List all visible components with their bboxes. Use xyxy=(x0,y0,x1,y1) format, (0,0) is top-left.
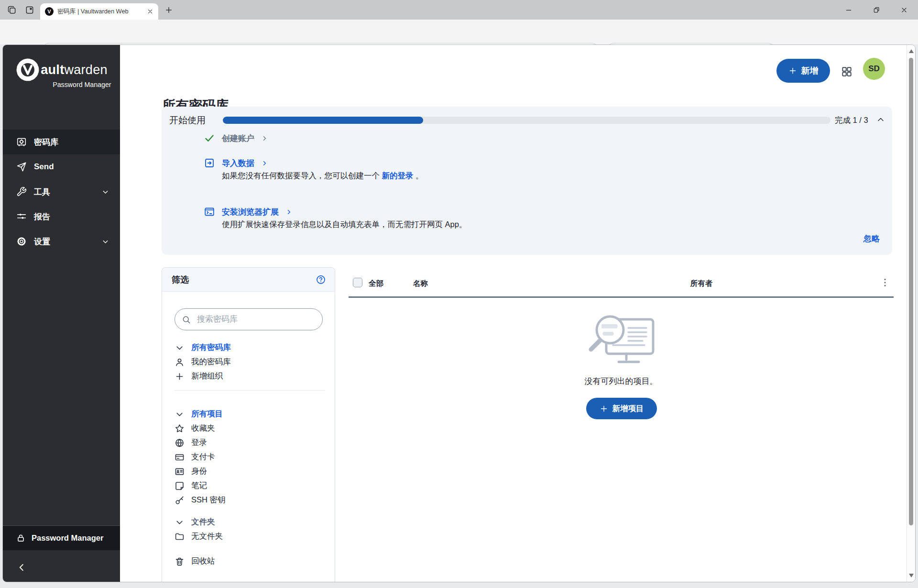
new-login-link[interactable]: 新的登录 xyxy=(382,171,414,180)
filter-item-notes[interactable]: 笔记 xyxy=(175,479,325,493)
person-icon xyxy=(175,357,185,367)
sidebar-item-vault[interactable]: 密码库 xyxy=(3,130,120,154)
step-label: 创建账户 xyxy=(222,133,254,144)
filter-item-ssh-keys[interactable]: SSH 密钥 xyxy=(175,493,325,507)
vaultwarden-favicon-icon: V xyxy=(45,7,54,16)
step-description: 如果您没有任何数据要导入，您可以创建一个 新的登录 。 xyxy=(222,171,424,181)
filter-group-label: 所有密码库 xyxy=(191,342,231,353)
apps-grid-icon[interactable] xyxy=(841,65,853,78)
browser-toolbar: https://password.sdcom.top/#/vault 点此搜索 … xyxy=(0,20,918,44)
globe-icon xyxy=(175,438,185,448)
chevD-icon xyxy=(175,343,185,353)
step-label: 安装浏览器扩展 xyxy=(222,207,279,218)
filter-item-label: 身份 xyxy=(191,466,207,477)
filter-item-new-organization[interactable]: 新增组织 xyxy=(175,369,325,383)
filter-item-no-folder[interactable]: 无文件夹 xyxy=(175,529,325,544)
tab-actions-icon[interactable] xyxy=(25,5,34,15)
page-content: aultwarden Password Manager 密码库Send工具报告设… xyxy=(2,44,916,582)
account-avatar[interactable]: SD xyxy=(863,58,885,80)
empty-state-message: 没有可列出的项目。 xyxy=(537,376,705,387)
sidebar-item-send[interactable]: Send xyxy=(3,154,120,179)
vault-icon xyxy=(16,137,27,147)
filter-item-label: 收藏夹 xyxy=(191,423,215,434)
browser-tab-bar: V 密码库 | Vaultwarden Web xyxy=(0,0,918,20)
window-restore-button[interactable] xyxy=(868,3,885,17)
filter-item-label: 新增组织 xyxy=(191,371,223,381)
scrollbar-down-icon[interactable] xyxy=(909,574,914,577)
filter-group-所有密码库[interactable]: 所有密码库 xyxy=(175,340,325,355)
filter-item-label: 我的密码库 xyxy=(191,357,231,367)
help-icon[interactable] xyxy=(316,274,326,285)
onboarding-step-import-data[interactable]: 导入数据 xyxy=(204,156,268,170)
note-icon xyxy=(175,481,185,491)
filter-group-文件夹[interactable]: 文件夹 xyxy=(175,515,325,529)
table-header-divider xyxy=(349,296,894,298)
empty-new-item-button[interactable]: 新增项目 xyxy=(586,398,657,419)
filter-group-label: 所有项目 xyxy=(191,409,223,419)
import-icon xyxy=(204,157,215,169)
plus-icon xyxy=(600,404,608,413)
select-all-checkbox[interactable] xyxy=(353,278,362,287)
progress-bar xyxy=(223,117,831,124)
filter-item-identities[interactable]: 身份 xyxy=(175,464,325,479)
trash-icon xyxy=(175,556,185,566)
filter-item-label: 登录 xyxy=(191,437,207,448)
sidebar-item-reports[interactable]: 报告 xyxy=(3,204,120,229)
product-switcher-password-manager[interactable]: Password Manager xyxy=(3,525,120,550)
onboarding-step-install-browser-extension[interactable]: 安装浏览器扩展 xyxy=(204,205,293,218)
workspaces-icon[interactable] xyxy=(7,5,17,15)
scrollbar-up-icon[interactable] xyxy=(909,49,914,53)
lock-icon xyxy=(16,534,25,543)
filter-item-label: 笔记 xyxy=(191,480,207,491)
filter-item-favorites[interactable]: 收藏夹 xyxy=(175,421,325,436)
filter-group-label: 文件夹 xyxy=(191,517,215,527)
dismiss-link[interactable]: 忽略 xyxy=(863,233,880,244)
collapse-chevron-up-icon[interactable] xyxy=(876,115,885,124)
send-icon xyxy=(16,162,27,172)
extension-icon xyxy=(204,206,215,218)
chevD-icon xyxy=(101,238,109,246)
step-label: 导入数据 xyxy=(222,158,254,169)
sidebar-item-settings[interactable]: 设置 xyxy=(3,229,120,254)
browser-tab[interactable]: V 密码库 | Vaultwarden Web xyxy=(40,3,158,20)
new-item-button[interactable]: 新增 xyxy=(776,59,830,83)
filter-item-trash[interactable]: 回收站 xyxy=(175,554,325,568)
window-close-button[interactable] xyxy=(896,3,912,17)
idcard-icon xyxy=(175,467,185,477)
scrollbar-thumb[interactable] xyxy=(909,58,913,525)
tab-close-icon[interactable] xyxy=(147,8,153,15)
tab-title: 密码库 | Vaultwarden Web xyxy=(57,8,147,16)
sidebar-item-tools[interactable]: 工具 xyxy=(3,179,120,204)
page-scrollbar[interactable] xyxy=(907,45,915,582)
filter-header: 筛选 xyxy=(162,268,335,292)
vaultwarden-logo: aultwarden Password Manager xyxy=(3,57,120,88)
plus-icon xyxy=(788,66,797,75)
step-description: 使用扩展快速保存登录信息以及自动填充表单，而无需打开网页 App。 xyxy=(222,219,467,230)
onboarding-step-create-account[interactable]: 创建账户 xyxy=(204,131,268,145)
star-icon xyxy=(175,424,185,434)
table-options-icon[interactable] xyxy=(879,277,891,288)
chevron-right-icon xyxy=(261,135,268,142)
filter-item-my-vault[interactable]: 我的密码库 xyxy=(175,355,325,369)
check-icon xyxy=(204,132,215,144)
new-tab-icon[interactable] xyxy=(164,6,173,14)
column-header-owner: 所有者 xyxy=(690,279,713,289)
sidebar-item-label: 报告 xyxy=(34,211,50,222)
search-icon xyxy=(182,315,191,324)
filter-item-cards[interactable]: 支付卡 xyxy=(175,450,325,464)
sidebar-collapse-icon[interactable] xyxy=(16,562,27,573)
vault-search-input[interactable] xyxy=(196,314,313,325)
gear-icon xyxy=(16,236,27,247)
filter-item-label: 回收站 xyxy=(191,556,215,566)
sliders-icon xyxy=(16,211,27,222)
empty-state-illustration xyxy=(585,312,658,368)
footer-label: Password Manager xyxy=(32,534,103,543)
column-header-name: 名称 xyxy=(413,279,428,289)
sidebar-item-label: 工具 xyxy=(34,186,50,197)
filter-item-logins[interactable]: 登录 xyxy=(175,436,325,450)
logo-subtitle: Password Manager xyxy=(11,81,112,88)
window-minimize-button[interactable] xyxy=(841,3,857,17)
chevron-right-icon xyxy=(285,208,293,216)
filter-group-所有项目[interactable]: 所有项目 xyxy=(175,407,325,421)
sidebar-item-label: 设置 xyxy=(34,236,50,247)
